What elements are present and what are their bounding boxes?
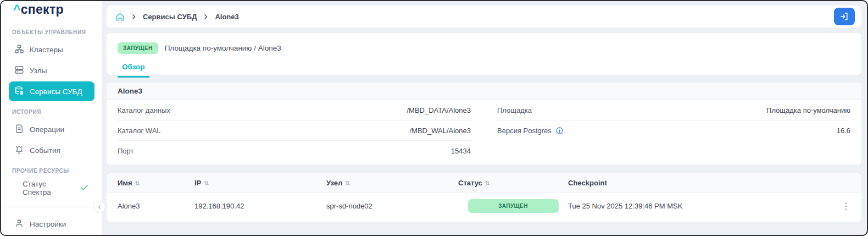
logo-text: спектр bbox=[21, 2, 64, 17]
sidebar-item-label: Кластеры bbox=[30, 46, 63, 54]
table-row[interactable]: Alone3 192.168.190.42 spr-sd-node02 ЗАПУ… bbox=[107, 193, 861, 218]
detail-value: 15434 bbox=[451, 147, 471, 155]
detail-row-port: Порт 15434 bbox=[118, 141, 471, 161]
sidebar-item-label: Операции bbox=[30, 125, 64, 134]
chevron-right-icon bbox=[130, 13, 137, 20]
detail-row-postgres-version: Версия Postgres 16.6 bbox=[497, 120, 850, 141]
column-header-checkpoint: Checkpoint bbox=[568, 179, 833, 187]
nav-section-management: ОБЪЕКТЫ УПРАВЛЕНИЯ bbox=[12, 29, 91, 35]
detail-row-wal-catalog: Каталог WAL /MBD_WAL/Alone3 bbox=[118, 120, 471, 141]
tab-overview[interactable]: Обзор bbox=[118, 61, 149, 78]
status-badge: ЗАПУЩЕН bbox=[118, 42, 158, 54]
breadcrumb-item-db-services[interactable]: Сервисы СУБД bbox=[143, 13, 197, 21]
detail-row-site: Площадка Площадка по-умолчанию bbox=[497, 100, 850, 120]
logo: ^спектр bbox=[1, 1, 102, 18]
sidebar-item-label: Сервисы СУБД bbox=[30, 87, 82, 96]
home-icon[interactable] bbox=[115, 12, 125, 21]
sidebar-nav: ОБЪЕКТЫ УПРАВЛЕНИЯ Кластеры Узлы Сервисы… bbox=[1, 18, 102, 235]
detail-value: /MBD_DATA/Alone3 bbox=[407, 106, 471, 114]
sidebar: ^спектр ОБЪЕКТЫ УПРАВЛЕНИЯ Кластеры Узлы bbox=[1, 1, 102, 235]
sort-icon[interactable]: ⇅ bbox=[204, 180, 209, 187]
breadcrumb-item-current[interactable]: Alone3 bbox=[215, 13, 238, 21]
cell-status: ЗАПУЩЕН bbox=[458, 199, 568, 213]
sort-icon[interactable]: ⇅ bbox=[345, 180, 350, 187]
logo-caret: ^ bbox=[13, 2, 21, 17]
detail-value: 16.6 bbox=[837, 127, 850, 135]
page-title: Площадка по-умолчанию / Alone3 bbox=[165, 44, 281, 52]
table-header-row: Имя⇅ IP⇅ Узел⇅ Статус⇅ Checkpoint bbox=[107, 173, 861, 193]
sidebar-item-db-services[interactable]: Сервисы СУБД bbox=[9, 81, 94, 101]
logout-button[interactable] bbox=[834, 8, 855, 25]
sidebar-item-events[interactable]: События bbox=[9, 140, 94, 160]
detail-label: Версия Postgres bbox=[497, 127, 552, 135]
sidebar-item-label: Настройки bbox=[30, 220, 66, 228]
column-header-name[interactable]: Имя⇅ bbox=[118, 179, 194, 187]
clusters-icon bbox=[14, 44, 24, 56]
cell-name: Alone3 bbox=[118, 202, 194, 210]
sidebar-item-clusters[interactable]: Кластеры bbox=[9, 40, 94, 59]
sidebar-item-spectr-status[interactable]: Статус Спектра bbox=[9, 178, 94, 198]
nav-section-other: ПРОЧИЕ РЕСУРСЫ bbox=[12, 168, 91, 174]
column-header-node[interactable]: Узел⇅ bbox=[326, 179, 458, 187]
service-details-card: Alone3 Каталог данных /MBD_DATA/Alone3 К… bbox=[107, 83, 861, 164]
column-header-ip[interactable]: IP⇅ bbox=[194, 179, 326, 187]
bell-icon bbox=[14, 145, 24, 156]
main-area: Сервисы СУБД Alone3 ЗАПУЩЕН Площадка по-… bbox=[102, 1, 867, 235]
sort-icon[interactable]: ⇅ bbox=[485, 180, 490, 187]
details-section-title: Alone3 bbox=[107, 83, 861, 100]
detail-label: Порт bbox=[118, 147, 133, 155]
sidebar-item-label: Узлы bbox=[30, 67, 47, 75]
service-header-card: ЗАПУЩЕН Площадка по-умолчанию / Alone3 О… bbox=[107, 33, 861, 75]
nav-section-history: ИСТОРИЯ bbox=[12, 109, 91, 115]
check-icon bbox=[80, 183, 89, 194]
detail-label: Каталог данных bbox=[118, 106, 170, 114]
collapse-sidebar-button[interactable] bbox=[93, 201, 105, 213]
sidebar-item-nodes[interactable]: Узлы bbox=[9, 61, 94, 80]
cell-checkpoint: Tue 25 Nov 2025 12:39:46 PM MSK bbox=[568, 202, 833, 210]
sidebar-divider bbox=[1, 207, 102, 207]
sidebar-item-label: Статус Спектра bbox=[23, 180, 71, 196]
detail-label: Площадка bbox=[497, 106, 532, 114]
status-badge: ЗАПУЩЕН bbox=[468, 199, 559, 213]
servers-icon bbox=[14, 65, 24, 76]
cell-ip: 192.168.190.42 bbox=[194, 202, 326, 210]
cell-node: spr-sd-node02 bbox=[326, 202, 458, 210]
detail-label: Каталог WAL bbox=[118, 127, 161, 135]
detail-row-data-catalog: Каталог данных /MBD_DATA/Alone3 bbox=[118, 100, 471, 120]
app-window: ^спектр ОБЪЕКТЫ УПРАВЛЕНИЯ Кластеры Узлы bbox=[0, 0, 868, 236]
breadcrumb: Сервисы СУБД Alone3 bbox=[107, 6, 861, 28]
details-left-column: Каталог данных /MBD_DATA/Alone3 Каталог … bbox=[118, 100, 471, 161]
instances-table: Имя⇅ IP⇅ Узел⇅ Статус⇅ Checkpoint Alone3… bbox=[107, 173, 861, 222]
sidebar-item-operations[interactable]: Операции bbox=[9, 119, 94, 139]
sidebar-item-label: События bbox=[30, 146, 60, 155]
row-menu-button[interactable]: ⋮ bbox=[842, 201, 850, 211]
user-icon bbox=[14, 218, 24, 230]
sidebar-item-settings[interactable]: Настройки bbox=[9, 214, 94, 234]
detail-value: /MBD_WAL/Alone3 bbox=[409, 127, 471, 135]
document-icon bbox=[14, 124, 24, 135]
chevron-right-icon bbox=[202, 13, 209, 20]
sort-icon[interactable]: ⇅ bbox=[135, 180, 140, 187]
details-right-column: Площадка Площадка по-умолчанию Версия Po… bbox=[497, 100, 850, 161]
database-icon bbox=[14, 86, 24, 97]
column-header-status[interactable]: Статус⇅ bbox=[458, 179, 568, 187]
logout-icon bbox=[839, 12, 849, 21]
info-icon[interactable] bbox=[555, 127, 564, 135]
detail-value: Площадка по-умолчанию bbox=[766, 106, 850, 114]
